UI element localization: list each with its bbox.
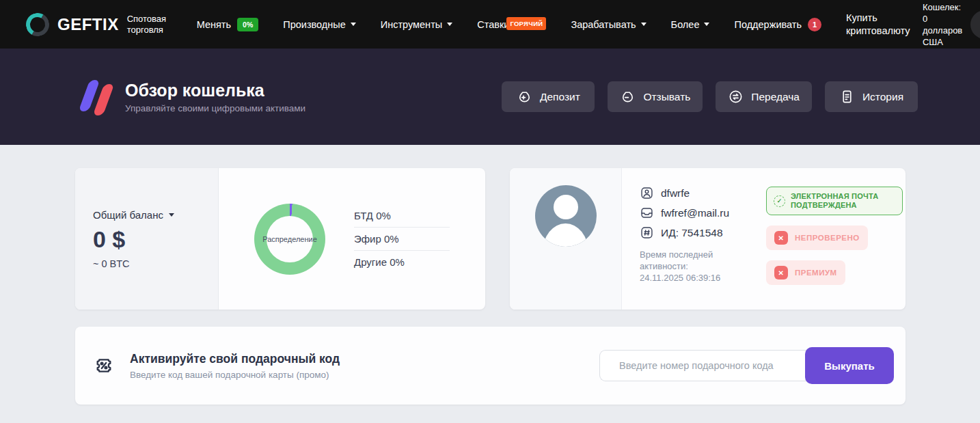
gift-text: Активируйте свой подарочный код Введите … (130, 352, 340, 380)
avatar (535, 185, 597, 247)
hot-badge: ГОРЯЧИЙ (506, 17, 546, 30)
profile-id-row: ИД: 7541548 (640, 226, 752, 240)
page-title: Обзор кошелька (125, 81, 305, 100)
x-icon (774, 231, 788, 245)
profile-card: dfwrfe fwfref@mail.ru ИД: 7541548 Время … (510, 168, 906, 310)
gift-code-input[interactable] (599, 350, 808, 381)
nav-item-label: Поддерживать (734, 19, 802, 30)
brand-name: GEFTIX (57, 15, 119, 34)
user-icon (640, 186, 654, 200)
nav-item-label: Купить криптовалюту (846, 12, 923, 38)
badge-label: ЭЛЕКТРОННАЯ ПОЧТА ПОДТВЕРЖДЕНА (791, 192, 895, 210)
transfer-button[interactable]: Передача (716, 81, 812, 112)
transfer-icon (728, 89, 744, 105)
allocation-chart-area: Распределение БТД 0% Эфир 0% Другие 0% (219, 168, 485, 310)
last-activity-label: Время последней активности: (640, 249, 752, 272)
chart-legend: БТД 0% Эфир 0% Другие 0% (354, 204, 450, 273)
profile-id: ИД: 7541548 (661, 227, 723, 239)
donut-chart: Распределение (254, 204, 325, 275)
nav-item-label: Производные (283, 19, 346, 30)
legend-item-btc: БТД 0% (354, 204, 450, 227)
nav-item-support[interactable]: Поддерживать 1 (734, 18, 821, 31)
nav-item-label: Менять (197, 19, 231, 30)
logo-icon (23, 10, 52, 39)
page-subtitle: Управляйте своими цифровыми активами (125, 103, 305, 113)
profile-email: fwfref@mail.ru (661, 207, 729, 219)
nav-item-exchange[interactable]: Менять 0% (197, 18, 259, 31)
button-label: Передача (751, 91, 800, 103)
history-button[interactable]: История (825, 81, 918, 112)
legend-item-eth: Эфир 0% (354, 228, 450, 250)
email-verified-badge: ЭЛЕКТРОННАЯ ПОЧТА ПОДТВЕРЖДЕНА (766, 187, 903, 215)
wallet-minus-icon (620, 89, 636, 105)
nav-item-more[interactable]: Более (671, 19, 710, 30)
unverified-badge: НЕПРОВЕРЕНО (766, 226, 868, 250)
brand-tagline: Спотовая торговля (127, 14, 180, 36)
last-activity-value: 24.11.2025 06:39:16 (640, 272, 752, 284)
balance-value: 0 $ (93, 226, 218, 253)
redeem-button[interactable]: Выкупать (805, 347, 894, 384)
nav-item-earn[interactable]: Зарабатывать (571, 19, 646, 30)
wallet-plus-icon (517, 89, 532, 105)
nav-item-derivatives[interactable]: Производные (283, 19, 356, 30)
profile-info: dfwrfe fwfref@mail.ru ИД: 7541548 Время … (622, 168, 752, 310)
deposit-button[interactable]: Депозит (502, 81, 595, 112)
chevron-down-icon (704, 23, 709, 26)
top-navbar: GEFTIX Спотовая торговля Менять 0% Произ… (0, 0, 980, 49)
nav-item-tools[interactable]: Инструменты (381, 19, 452, 30)
wallet-actions: Депозит Отзывать Передача История (502, 81, 918, 112)
verification-badges: ЭЛЕКТРОННАЯ ПОЧТА ПОДТВЕРЖДЕНА НЕПРОВЕРЕ… (766, 187, 903, 285)
chevron-down-icon (351, 23, 356, 26)
notification-count-badge: 1 (808, 18, 821, 31)
chevron-down-icon (447, 23, 452, 26)
badge-label: ПРЕМИУМ (795, 269, 837, 277)
nav-menu: Менять 0% Производные Инструменты Ставки… (197, 12, 923, 38)
gift-title: Активируйте свой подарочный код (130, 352, 340, 366)
nav-item-label: Ставки (477, 19, 509, 30)
profile-username-row: dfwrfe (640, 186, 752, 200)
chevron-down-icon (641, 23, 646, 26)
balance-card: Общий баланс 0 $ ~ 0 BTC Распределение Б… (75, 168, 485, 310)
wallet-hero: Обзор кошелька Управляйте своими цифровы… (0, 49, 980, 145)
wallet-balance-summary: Кошелек: 0 долларов США (923, 1, 962, 48)
withdraw-button[interactable]: Отзывать (608, 81, 703, 112)
balance-label[interactable]: Общий баланс (93, 209, 218, 221)
user-menu[interactable]: dfwrfe (970, 10, 980, 39)
legend-item-other: Другие 0% (354, 251, 450, 273)
chevron-down-icon (169, 213, 174, 217)
history-icon (839, 89, 855, 105)
button-label: Отзывать (643, 91, 690, 103)
balance-summary-panel: Общий баланс 0 $ ~ 0 BTC (75, 168, 219, 310)
mail-icon (640, 206, 654, 220)
check-seal-icon (774, 195, 785, 207)
balance-btc: ~ 0 BTC (93, 258, 218, 269)
double-slash-icon (77, 78, 117, 116)
ticket-percent-icon (93, 355, 115, 377)
gift-code-form: Выкупать (599, 347, 894, 384)
profile-avatar-panel (510, 168, 622, 310)
badge-label: НЕПРОВЕРЕНО (795, 234, 860, 242)
button-label: Депозит (540, 91, 580, 103)
nav-item-label: Инструменты (381, 19, 442, 30)
premium-badge: ПРЕМИУМ (766, 260, 845, 285)
brand[interactable]: GEFTIX Спотовая торговля (26, 13, 180, 36)
x-icon (774, 266, 788, 279)
last-activity: Время последней активности: 24.11.2025 0… (640, 249, 752, 284)
gift-subtitle: Введите код вашей подарочной карты (пром… (130, 370, 340, 380)
profile-username: dfwrfe (661, 187, 690, 200)
nav-item-staking[interactable]: Ставки ГОРЯЧИЙ (477, 18, 546, 31)
hero-text: Обзор кошелька Управляйте своими цифровы… (125, 81, 305, 113)
nav-item-buy-crypto[interactable]: Купить криптовалюту (846, 12, 923, 38)
nav-item-label: Зарабатывать (571, 19, 636, 30)
gift-code-card: Активируйте свой подарочный код Введите … (75, 327, 906, 405)
hash-icon (640, 226, 654, 240)
profile-email-row: fwfref@mail.ru (640, 206, 752, 220)
donut-center-label: Распределение (262, 235, 317, 243)
button-label: История (862, 91, 903, 103)
percent-badge: 0% (237, 18, 258, 31)
nav-item-label: Более (671, 19, 700, 30)
